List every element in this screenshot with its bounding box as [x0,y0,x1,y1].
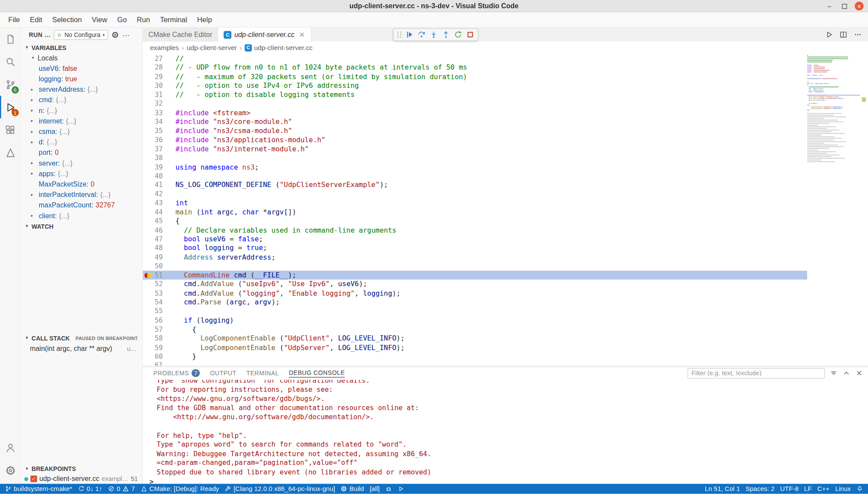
variable-row[interactable]: ▸client:{...} [21,210,142,221]
variable-row[interactable]: useV6:false [21,63,142,73]
statusbar-cursor-position[interactable]: Ln 51, Col 1 [702,484,743,494]
watch-section-header[interactable]: ▾ WATCH [21,221,142,231]
code-line-32[interactable]: 32 [143,99,807,108]
stack-frame[interactable]: main(int argc, char ** argv) u… [21,343,142,354]
code-line-52[interactable]: 52 cmd.AddValue ("useIpv6", "Use Ipv6", … [143,280,807,289]
menu-selection[interactable]: Selection [47,12,87,27]
code-line-45[interactable]: 45{ [143,217,807,226]
menu-help[interactable]: Help [192,12,217,27]
activitybar-settings[interactable] [0,459,20,481]
code-line-31[interactable]: 31// - option to disable logging stateme… [143,90,807,100]
menu-terminal[interactable]: Terminal [155,12,192,27]
step-over-button[interactable] [416,29,427,40]
code-line-56[interactable]: 56 if (logging) [143,316,807,325]
code-line-58[interactable]: 58 LogComponentEnable ("UdpClient", LOG_… [143,334,807,343]
close-icon[interactable] [855,369,863,377]
menu-run[interactable]: Run [132,12,155,27]
statusbar-language-mode[interactable]: C++ [815,484,832,494]
code-line-29[interactable]: 29// - maximum of 320 packets sent (or l… [143,72,807,81]
code-line-55[interactable]: 55 [143,307,807,316]
variable-row[interactable]: MaxPacketSize:0 [21,179,142,189]
start-debug-icon[interactable] [57,32,62,37]
editor-tab[interactable]: Cudp-client-server.cc [218,28,312,42]
statusbar-os[interactable]: Linux [832,484,854,494]
breadcrumb-item[interactable]: udp-client-server [187,44,237,52]
restart-button[interactable] [452,29,463,40]
variable-row[interactable]: maxPacketCount:32767 [21,200,142,210]
statusbar-debug-target[interactable] [383,484,395,494]
statusbar-notifications[interactable] [854,484,866,494]
code-line-57[interactable]: 57 { [143,325,807,334]
variable-row[interactable]: logging:true [21,73,142,84]
variable-row[interactable]: port:0 [21,147,142,158]
variable-row[interactable]: ▸internet:{...} [21,116,142,126]
variable-row[interactable]: ▸interPacketInterval:{...} [21,189,142,200]
debug-console[interactable]: Type "show configuration" for configurat… [143,380,868,484]
code-line-39[interactable]: 39using namespace ns3; [143,163,807,172]
activitybar-explorer[interactable] [0,28,20,50]
menu-edit[interactable]: Edit [25,12,47,27]
statusbar-cmake-build[interactable]: Build [338,484,367,494]
activitybar-extensions[interactable] [0,118,20,141]
variable-row[interactable]: ▸serverAddress:{...} [21,84,142,94]
breadcrumb-item[interactable]: Cudp-client-server.cc [245,44,313,52]
statusbar-launch-target[interactable] [395,484,407,494]
activitybar-source-control[interactable]: 6 [0,73,20,96]
more-actions-icon[interactable] [854,30,862,39]
code-line-42[interactable]: 42 [143,190,807,199]
activitybar-accounts[interactable] [0,436,20,459]
code-line-51[interactable]: 51 CommandLine cmd (__FILE__); [143,271,807,280]
menu-file[interactable]: File [3,12,25,27]
scope-locals[interactable]: ▾ Locals [21,53,142,63]
chevron-up-icon[interactable] [842,369,850,377]
panel-tab-output[interactable]: OUTPUT [205,367,241,380]
close-icon[interactable] [298,31,306,38]
variables-section-header[interactable]: ▾ VARIABLES [21,42,142,53]
code-line-61[interactable]: 61 [143,361,807,366]
code-line-47[interactable]: 47 bool useV6 = false; [143,235,807,244]
breakpoint-checkbox[interactable]: ✓ [30,475,37,482]
panel-tab-problems[interactable]: PROBLEMS7 [148,367,205,380]
code-line-48[interactable]: 48 bool logging = true; [143,244,807,253]
minimize-icon[interactable]: – [825,2,834,10]
panel-tab-debug-console[interactable]: DEBUG CONSOLE [284,367,350,380]
code-line-40[interactable]: 40 [143,171,807,180]
statusbar-problems[interactable]: 07 [105,484,138,494]
code-line-35[interactable]: 35#include "ns3/csma-module.h" [143,127,807,136]
stop-button[interactable] [464,29,475,40]
variable-row[interactable]: ▸csma:{...} [21,126,142,137]
step-out-button[interactable] [440,29,451,40]
editor-tab[interactable]: CMake Cache Editor [143,28,218,42]
code-line-54[interactable]: 54 cmd.Parse (argc, argv); [143,298,807,307]
variable-row[interactable]: ▸apps:{...} [21,168,142,179]
variable-row[interactable]: ▸n:{...} [21,105,142,116]
call-stack-section-header[interactable]: ▾ CALL STACK PAUSED ON BREAKPOINT [21,333,142,343]
code-line-36[interactable]: 36#include "ns3/applications-module.h" [143,135,807,144]
breadcrumb-item[interactable]: examples [150,44,179,52]
drag-handle[interactable] [396,29,402,40]
statusbar-indentation[interactable]: Spaces: 2 [743,484,778,494]
activitybar-search[interactable] [0,50,20,73]
filter-lines-icon[interactable] [830,369,838,377]
statusbar-cmake-target[interactable]: [all] [367,484,383,494]
code-line-50[interactable]: 50 [143,262,807,271]
code-line-33[interactable]: 33#include <fstream> [143,108,807,117]
code-line-41[interactable]: 41NS_LOG_COMPONENT_DEFINE ("UdpClientSer… [143,180,807,190]
maximize-icon[interactable] [840,2,848,10]
views-more-icon[interactable]: ⋯ [123,31,130,39]
editor-scrollbar[interactable] [860,53,868,366]
statusbar-git-sync[interactable]: 0↓ 1↑ [75,484,105,494]
debug-configuration-select[interactable]: No Configura ▾ [54,30,108,40]
variable-row[interactable]: ▸d:{...} [21,137,142,147]
activitybar-run-and-debug[interactable]: 1 [0,96,20,118]
breakpoints-section-header[interactable]: ▾ BREAKPOINTS [21,463,142,474]
menu-view[interactable]: View [87,12,112,27]
statusbar-encoding[interactable]: UTF-8 [778,484,801,494]
console-filter-input[interactable] [688,368,825,378]
code-line-37[interactable]: 37#include "ns3/internet-module.h" [143,144,807,154]
continue-button[interactable] [404,29,414,40]
code-line-46[interactable]: 46 // Declare variables used in command-… [143,226,807,235]
variable-row[interactable]: ▸server:{...} [21,158,142,168]
menu-go[interactable]: Go [112,12,132,27]
debug-settings-gear-icon[interactable] [111,31,119,39]
